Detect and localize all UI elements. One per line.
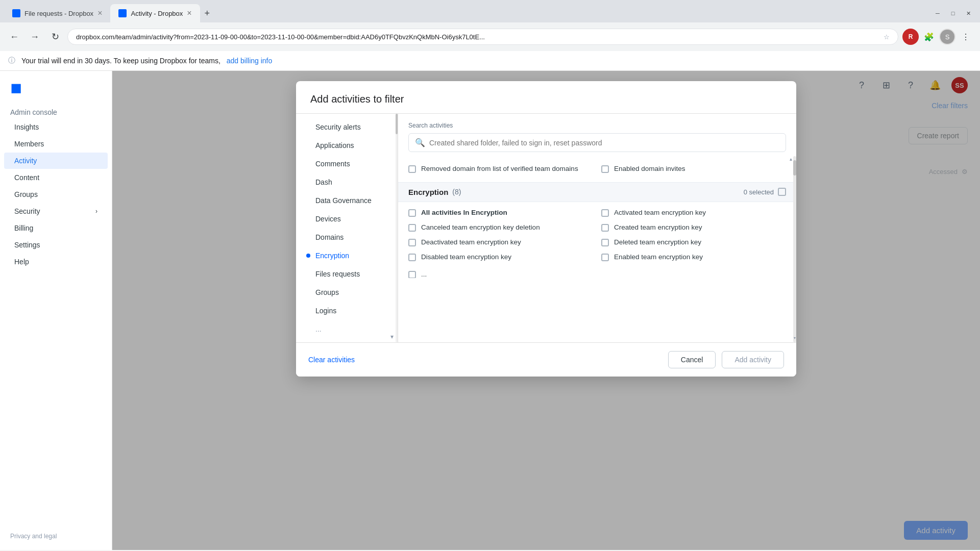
sidebar-item-insights[interactable]: Insights [4,119,108,135]
sidebar-item-label-help: Help [14,258,29,266]
activity-label-deleted-key: Deleted team encryption key [614,238,701,247]
sidebar-item-billing[interactable]: Billing [4,220,108,236]
sidebar: ◼ Admin console Insights Members Activit… [0,71,112,550]
encryption-selected-count: 0 selected [744,188,786,196]
encryption-title-text: Encryption [408,188,448,196]
search-input-wrap[interactable]: 🔍 [408,133,786,152]
dialog-left-nav: Security alerts Applications Comments [296,114,398,342]
checkbox-partial[interactable] [408,271,416,278]
checkbox-disabled-key[interactable] [408,254,416,261]
dialog-nav-label-encryption: Encryption [315,252,349,260]
search-label: Search activities [408,122,786,129]
activity-item-enabled-domain-invites: Enabled domain invites [601,164,786,174]
dialog-nav-devices[interactable]: Devices [296,210,398,228]
dialog-body: Security alerts Applications Comments [296,114,796,342]
checkbox-removed-domain[interactable] [408,165,416,173]
dialog-nav-label-groups: Groups [315,288,339,296]
add-activity-button[interactable]: Add activity [722,351,784,368]
sidebar-item-members[interactable]: Members [4,136,108,152]
cancel-button[interactable]: Cancel [668,351,716,368]
dialog-nav-files-requests[interactable]: Files requests [296,265,398,283]
dialog-nav-domains[interactable]: Domains [296,228,398,246]
checkbox-enabled-domain-invites[interactable] [601,165,609,173]
left-nav-scrollbar-track [396,114,398,342]
left-nav-scrollbar-thumb [396,114,398,134]
maximize-button[interactable]: □ [949,10,957,17]
encryption-items-grid: All activities In Encryption Activated t… [398,202,796,268]
dialog-nav-security-alerts[interactable]: Security alerts [296,118,398,136]
domain-items-above: Removed domain from list of verified tea… [398,160,796,180]
tab-bar: File requests - Dropbox × Activity - Dro… [0,0,980,22]
select-all-encryption-checkbox[interactable] [778,188,786,196]
sidebar-item-help[interactable]: Help [4,254,108,270]
info-bar-link[interactable]: add billing info [227,57,273,65]
new-tab-button[interactable]: + [200,6,214,20]
activity-item-removed-domain: Removed domain from list of verified tea… [408,164,593,174]
search-input[interactable] [429,139,779,147]
tab-activity[interactable]: Activity - Dropbox × [110,4,200,22]
tab-close-activity[interactable]: × [187,9,191,17]
main-content: ? ⊞ ? 🔔 SS Clear filters Create report A… [112,71,980,550]
footer-right-buttons: Cancel Add activity [668,351,784,368]
activity-label-canceled-deletion: Canceled team encryption key deletion [421,223,540,233]
sidebar-item-activity[interactable]: Activity [4,153,108,169]
tab-file-requests[interactable]: File requests - Dropbox × [4,4,110,22]
bookmark-icon[interactable]: ☆ [884,33,890,41]
browser-actions: R 🧩 S ⋮ [902,29,974,45]
extensions-button[interactable]: R [902,29,919,45]
activities-scroll-track [793,156,796,342]
dialog-nav-dash[interactable]: Dash [296,173,398,191]
checkbox-canceled-deletion[interactable] [408,224,416,232]
activity-label-disabled-key: Disabled team encryption key [421,253,511,262]
sidebar-item-label-settings: Settings [14,241,40,249]
dialog-nav-logins[interactable]: Logins [296,302,398,320]
tab-close-file-requests[interactable]: × [97,9,102,17]
checkbox-created-key[interactable] [601,224,609,232]
clear-activities-button[interactable]: Clear activities [308,356,355,364]
dialog-nav-encryption[interactable]: Encryption [296,246,398,265]
close-button[interactable]: ✕ [965,10,972,17]
encryption-count: (8) [452,188,461,196]
encryption-group-title: Encryption (8) [408,188,461,196]
sidebar-item-groups[interactable]: Groups [4,186,108,203]
checkbox-deactivated-key[interactable] [408,239,416,246]
sidebar-item-label-groups: Groups [14,190,38,198]
dialog-nav-label-comments: Comments [315,160,350,168]
more-button[interactable]: ⋮ [958,29,974,45]
forward-button[interactable]: → [27,29,43,45]
sidebar-item-label-insights: Insights [14,123,39,131]
dialog-nav-applications[interactable]: Applications [296,136,398,155]
activity-item-all-encryption: All activities In Encryption [408,208,593,218]
chevron-right-icon: › [95,208,97,215]
dialog-nav-comments[interactable]: Comments [296,155,398,173]
back-button[interactable]: ← [6,29,22,45]
dialog-nav-groups[interactable]: Groups [296,283,398,302]
activities-list: ▴ Removed domain from list of verified t… [398,156,796,342]
dialog-header: Add activities to filter [296,81,796,114]
minimize-button[interactable]: ─ [934,10,941,17]
activity-item-deactivated-key: Deactivated team encryption key [408,238,593,247]
profile-icon[interactable]: S [939,29,955,45]
dialog-nav-more[interactable]: ... [296,320,398,338]
sidebar-item-security[interactable]: Security › [4,203,108,219]
address-bar[interactable]: dropbox.com/team/admin/activity?from=202… [67,29,898,45]
dialog-nav-data-governance[interactable]: Data Governance [296,191,398,210]
checkbox-activated-key[interactable] [601,209,609,217]
dialog-nav-label-dash: Dash [315,178,332,186]
tab-label-file-requests: File requests - Dropbox [24,10,93,17]
dialog-nav-label-applications: Applications [315,141,354,149]
activity-label-enabled-domain-invites: Enabled domain invites [614,164,685,174]
sidebar-item-content[interactable]: Content [4,169,108,186]
sidebar-item-settings[interactable]: Settings [4,237,108,253]
modal-overlay: Add activities to filter Security alerts [112,71,980,550]
info-bar-text: Your trial will end in 30 days. To keep … [21,57,220,65]
sidebar-item-label-billing: Billing [14,224,33,232]
activity-label-created-key: Created team encryption key [614,223,702,233]
checkbox-all-encryption[interactable] [408,209,416,217]
checkbox-deleted-key[interactable] [601,239,609,246]
refresh-button[interactable]: ↻ [47,29,63,45]
extensions-icon[interactable]: 🧩 [921,29,937,45]
dialog: Add activities to filter Security alerts [296,81,796,377]
checkbox-enabled-key[interactable] [601,254,609,261]
dialog-right-content: Search activities 🔍 ▴ [398,114,796,342]
